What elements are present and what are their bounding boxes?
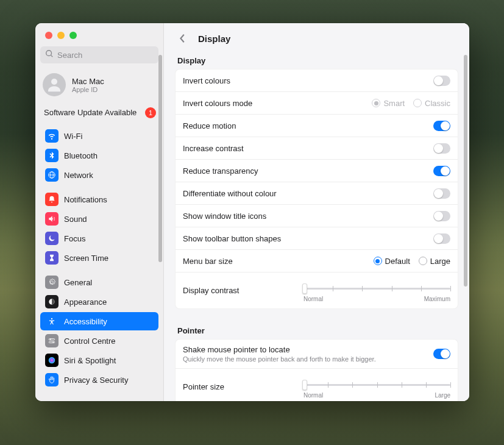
update-badge: 1 (145, 107, 156, 118)
differentiate-label: Differentiate without colour (183, 189, 277, 198)
account-row[interactable]: Mac Mac Apple ID (35, 68, 163, 101)
appearance-icon (45, 295, 59, 308)
invert-mode-label: Invert colours mode (183, 99, 252, 108)
sidebar-item-label: Focus (64, 234, 85, 243)
reduce-transparency-toggle[interactable] (433, 166, 450, 176)
invert-colours-row: Invert colours (176, 69, 458, 92)
reduce-transparency-row: Reduce transparency (176, 160, 458, 182)
contrast-normal-label: Normal (303, 296, 323, 302)
software-update-row[interactable]: Software Update Available 1 (35, 101, 163, 124)
increase-contrast-row: Increase contrast (176, 137, 458, 160)
menubar-large-radio[interactable]: Large (419, 257, 450, 266)
sidebar-item-label: Bluetooth (64, 151, 98, 160)
display-panel: Invert colours Invert colours mode Smart… (175, 69, 458, 309)
back-button[interactable] (176, 32, 190, 45)
search-field[interactable] (40, 46, 158, 63)
display-contrast-slider[interactable] (303, 282, 450, 294)
sidebar-item-label: Accessibility (64, 317, 107, 326)
sidebar-item-label: Network (64, 171, 93, 180)
display-contrast-label: Display contrast (183, 286, 239, 295)
svg-point-11 (52, 341, 54, 343)
main-scroll[interactable]: Display Invert colours Invert colours mo… (164, 51, 469, 401)
page-title: Display (198, 34, 230, 44)
increase-contrast-toggle[interactable] (433, 143, 450, 154)
search-icon (45, 49, 54, 60)
close-window-button[interactable] (45, 32, 52, 39)
svg-point-0 (46, 51, 52, 56)
update-label: Software Update Available (44, 108, 137, 118)
sidebar-item-control-centre[interactable]: Control Centre (40, 332, 158, 350)
shake-pointer-row: Shake mouse pointer to locate Quickly mo… (176, 340, 458, 369)
reduce-motion-label: Reduce motion (183, 121, 236, 130)
increase-contrast-label: Increase contrast (183, 144, 244, 153)
traffic-lights (35, 23, 163, 39)
hourglass-icon (45, 251, 59, 265)
radio-dot-icon (372, 99, 380, 107)
reduce-motion-row: Reduce motion (176, 115, 458, 137)
differentiate-toggle[interactable] (433, 188, 450, 199)
svg-point-12 (49, 357, 55, 364)
sidebar-item-general[interactable]: General (40, 273, 158, 291)
sidebar-item-notifications[interactable]: Notifications (40, 190, 158, 208)
sidebar-item-sound[interactable]: Sound (40, 210, 158, 228)
window-title-icons-label: Show window title icons (183, 212, 266, 221)
gear-icon (45, 276, 59, 289)
svg-rect-8 (49, 339, 54, 340)
sidebar-item-siri-spotlight[interactable]: Siri & Spotlight (40, 351, 158, 369)
pointer-size-slider[interactable] (303, 379, 450, 391)
sidebar-item-network[interactable]: Network (40, 166, 158, 184)
sidebar-item-label: Wi-Fi (64, 132, 82, 141)
sidebar-scrollbar[interactable] (158, 55, 162, 262)
window-title-icons-row: Show window title icons (176, 205, 458, 227)
display-contrast-row: Display contrast (176, 272, 458, 308)
pointer-size-large-label: Large (435, 392, 450, 399)
main-scrollbar[interactable] (464, 55, 467, 287)
differentiate-row: Differentiate without colour (176, 182, 458, 205)
reduce-transparency-label: Reduce transparency (183, 166, 258, 176)
radio-dot-icon (419, 257, 427, 265)
invert-colours-label: Invert colours (183, 76, 230, 85)
minimize-window-button[interactable] (57, 32, 65, 39)
reduce-motion-toggle[interactable] (433, 121, 450, 131)
siri-icon (45, 354, 59, 367)
accessibility-icon (45, 315, 59, 328)
system-settings-window: Mac Mac Apple ID Software Update Availab… (35, 23, 469, 401)
moon-icon (45, 232, 59, 245)
maximize-window-button[interactable] (69, 32, 77, 39)
shake-pointer-label: Shake mouse pointer to locate (183, 345, 376, 354)
bell-icon (45, 193, 59, 206)
pointer-size-label: Pointer size (183, 382, 224, 391)
sidebar-item-wi-fi[interactable]: Wi-Fi (40, 127, 158, 145)
invert-mode-classic-radio: Classic (413, 99, 450, 108)
sidebar-item-privacy-security[interactable]: Privacy & Security (40, 371, 158, 389)
invert-colours-toggle[interactable] (433, 76, 450, 86)
toolbar-shapes-toggle[interactable] (433, 233, 450, 244)
menubar-size-label: Menu bar size (183, 257, 233, 266)
sidebar-item-label: Notifications (64, 195, 107, 204)
svg-point-7 (51, 318, 52, 319)
main-content: Display Display Invert colours Invert co… (164, 23, 469, 401)
globe-icon (45, 168, 59, 182)
sound-icon (45, 212, 59, 226)
search-input[interactable] (57, 51, 154, 60)
sidebar-item-bluetooth[interactable]: Bluetooth (40, 146, 158, 165)
account-sub: Apple ID (72, 86, 104, 93)
section-display-label: Display (175, 51, 458, 69)
menubar-default-radio[interactable]: Default (374, 257, 410, 266)
sidebar-item-appearance[interactable]: Appearance (40, 293, 158, 311)
shake-pointer-toggle[interactable] (433, 349, 450, 359)
svg-line-1 (51, 55, 53, 57)
radio-dot-icon (413, 99, 422, 107)
sidebar-item-label: Appearance (64, 297, 107, 307)
window-title-icons-toggle[interactable] (433, 211, 450, 221)
sidebar-item-label: Control Centre (64, 336, 116, 346)
sidebar-item-accessibility[interactable]: Accessibility (40, 312, 158, 330)
pointer-panel: Shake mouse pointer to locate Quickly mo… (175, 339, 458, 401)
sidebar-item-focus[interactable]: Focus (40, 229, 158, 247)
invert-mode-smart-radio: Smart (372, 99, 405, 108)
invert-mode-row: Invert colours mode Smart Classic (176, 92, 458, 115)
sidebar-item-screen-time[interactable]: Screen Time (40, 249, 158, 267)
radio-dot-icon (374, 257, 382, 265)
sidebar-item-label: Sound (64, 215, 87, 224)
bluetooth-icon (45, 149, 59, 162)
